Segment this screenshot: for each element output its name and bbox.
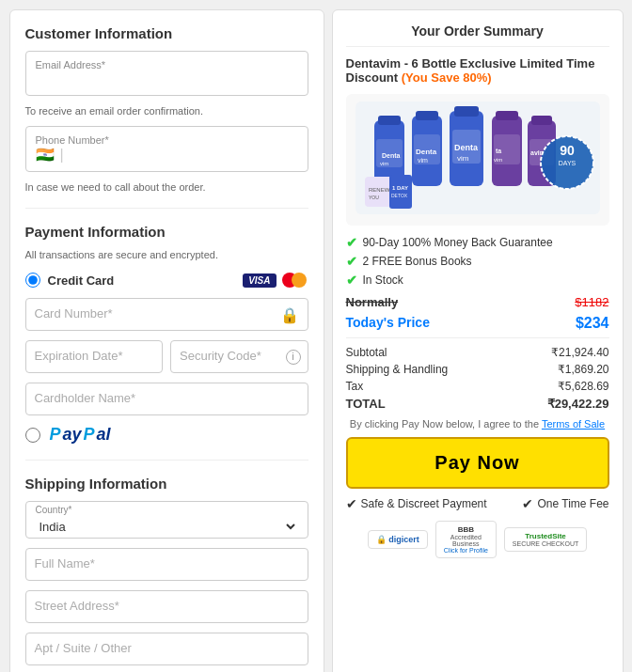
fee-check-icon: ✔: [522, 496, 533, 511]
save-badge: (You Save 80%): [402, 70, 492, 85]
security-group: Security Code* i: [170, 340, 308, 373]
shipping-label: Shipping & Handling: [346, 363, 449, 376]
check-icon-2: ✔: [346, 273, 357, 288]
svg-text:Denta: Denta: [416, 148, 437, 156]
svg-text:DAYS: DAYS: [558, 160, 576, 166]
today-price-row: Today's Price $234: [346, 315, 609, 332]
svg-rect-7: [416, 111, 438, 120]
street-group: Street Address*: [25, 590, 308, 623]
tax-label: Tax: [346, 380, 364, 393]
full-name-group: Full Name*: [25, 548, 308, 581]
svg-text:vim: vim: [380, 161, 388, 166]
today-price-value: $234: [576, 315, 609, 332]
card-number-input[interactable]: [25, 298, 308, 331]
phone-field-wrapper: Phone Number* 🇮🇳 | 081234 56789: [25, 126, 308, 172]
svg-rect-2: [378, 116, 401, 125]
safe-check-icon: ✔: [346, 496, 357, 511]
product-image-area: Denta vim Denta vim Denta vim ta vim: [346, 94, 609, 226]
email-label: Email Address*: [36, 59, 298, 70]
terms-text: By clicking Pay Now below, I agree to th…: [346, 418, 609, 430]
subtotal-row: Subtotal ₹21,924.40: [346, 346, 609, 359]
info-icon: i: [286, 350, 301, 365]
one-time-fee-badge: ✔ One Time Fee: [522, 496, 608, 511]
exp-security-row: Expiration Date* Security Code* i: [25, 340, 308, 383]
left-panel: Customer Information Email Address* To r…: [9, 9, 324, 672]
section-divider-1: [25, 208, 308, 209]
feature-item-1: ✔ 2 FREE Bonus Books: [346, 254, 609, 269]
subtotal-label: Subtotal: [346, 346, 387, 359]
phone-hint: In case we need to call about the order.: [25, 181, 308, 193]
email-input[interactable]: [36, 72, 298, 86]
email-field-wrapper: Email Address*: [25, 51, 308, 96]
svg-text:vim: vim: [418, 157, 428, 164]
payment-subtitle: All transactions are secure and encrypte…: [25, 249, 308, 260]
terms-link[interactable]: Terms of Sale: [542, 418, 605, 430]
feature-item-0: ✔ 90-Day 100% Money Back Guarantee: [346, 235, 609, 250]
normally-price: $1182: [575, 295, 608, 309]
trustedsite-logo: TrustedSite SECURE CHECKOUT: [504, 527, 587, 552]
svg-text:Denta: Denta: [382, 152, 401, 159]
product-headline: Dentavim - 6 Bottle Exclusive Limited Ti…: [346, 56, 609, 85]
phone-flag: 🇮🇳: [36, 146, 55, 164]
svg-text:RENEW: RENEW: [369, 187, 390, 193]
svg-text:ta: ta: [496, 148, 501, 154]
svg-rect-17: [496, 111, 518, 120]
shipping-row: Shipping & Handling ₹1,869.20: [346, 363, 609, 376]
payment-section-title: Payment Information: [25, 224, 308, 240]
full-name-input[interactable]: [25, 548, 308, 581]
total-label: TOTAL: [346, 397, 386, 411]
safe-payment-text: Safe & Discreet Payment: [361, 497, 487, 510]
safe-payment-badge: ✔ Safe & Discreet Payment: [346, 496, 487, 511]
one-time-fee-text: One Time Fee: [537, 497, 608, 510]
total-value: ₹29,422.29: [547, 397, 609, 411]
shipping-section: Shipping Information Country* India USA …: [25, 476, 308, 672]
trust-badges: ✔ Safe & Discreet Payment ✔ One Time Fee: [346, 496, 609, 511]
check-icon-1: ✔: [346, 254, 357, 269]
pay-now-button[interactable]: Pay Now: [346, 437, 609, 489]
cardholder-input[interactable]: [25, 383, 308, 415]
street-input[interactable]: [25, 590, 308, 623]
phone-input[interactable]: 081234 56789: [70, 148, 298, 162]
svg-text:DETOX: DETOX: [391, 193, 408, 198]
svg-rect-32: [389, 175, 412, 209]
svg-text:vim: vim: [457, 154, 469, 163]
svg-rect-12: [454, 106, 479, 117]
feature-text-0: 90-Day 100% Money Back Guarantee: [363, 236, 553, 249]
expiration-input[interactable]: [25, 340, 164, 373]
paypal-logo: PayPal: [50, 425, 111, 445]
svg-rect-22: [531, 116, 552, 125]
right-panel: Your Order Summary Dentavim - 6 Bottle E…: [332, 9, 624, 672]
credit-card-label: Credit Card: [48, 273, 115, 288]
svg-text:YOU: YOU: [369, 195, 379, 200]
expiration-group: Expiration Date*: [25, 340, 164, 373]
normally-label: Normally: [346, 295, 399, 309]
feature-text-1: 2 FREE Bonus Books: [363, 255, 472, 268]
svg-text:Denta: Denta: [454, 143, 479, 152]
paypal-radio[interactable]: [25, 428, 40, 443]
section-divider-2: [25, 460, 308, 461]
tax-row: Tax ₹5,628.69: [346, 380, 609, 393]
total-row: TOTAL ₹29,422.29: [346, 397, 609, 411]
phone-divider: |: [60, 147, 64, 164]
check-icon-0: ✔: [346, 235, 357, 250]
credit-card-radio[interactable]: [25, 273, 40, 288]
feature-item-2: ✔ In Stock: [346, 273, 609, 288]
customer-section-title: Customer Information: [25, 25, 308, 41]
features-list: ✔ 90-Day 100% Money Back Guarantee ✔ 2 F…: [346, 235, 609, 288]
today-price-label: Today's Price: [346, 315, 430, 332]
mastercard-icon: [282, 272, 308, 289]
shipping-value: ₹1,869.20: [558, 363, 609, 376]
card-number-group: 🔒 Card Number*: [25, 298, 308, 331]
tax-value: ₹5,628.69: [558, 380, 609, 393]
apt-input[interactable]: [25, 633, 308, 665]
order-title: Your Order Summary: [346, 23, 609, 47]
normally-row: Normally $1182: [346, 295, 609, 309]
apt-group: Apt / Suite / Other: [25, 633, 308, 665]
security-logos: 🔒 digicert BBB Accredited Business Click…: [346, 521, 609, 558]
bbb-logo: BBB Accredited Business Click for Profil…: [435, 521, 497, 558]
cardholder-group: Cardholder Name*: [25, 383, 308, 415]
country-select[interactable]: India USA UK: [36, 519, 298, 535]
shipping-section-title: Shipping Information: [25, 476, 308, 492]
visa-icon: VISA: [243, 273, 276, 288]
country-label: Country*: [36, 505, 298, 515]
